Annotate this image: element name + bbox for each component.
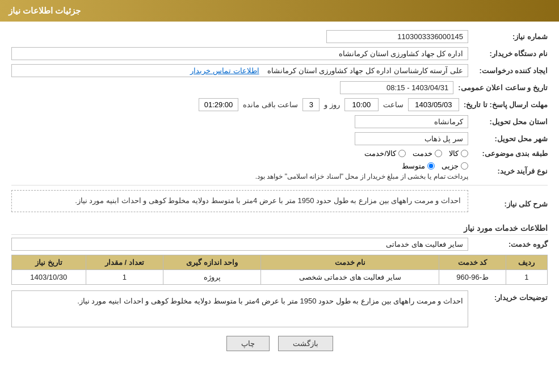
- cell-row-num: 1: [506, 269, 547, 284]
- province-value: کرمانشاه: [355, 115, 468, 128]
- category-label-kala: کالا: [449, 149, 459, 158]
- announce-label: تاریخ و ساعت اعلان عمومی:: [453, 83, 548, 92]
- col-header-service-name: نام خدمت: [261, 255, 439, 269]
- services-table-container: ردیف کد خدمت نام خدمت واحد اندازه گیری ت…: [11, 255, 548, 285]
- buyer-description-label: توضیحات خریدار:: [468, 290, 548, 302]
- col-header-service-code: کد خدمت: [439, 255, 506, 269]
- announce-value: 1403/04/31 - 08:15: [340, 81, 453, 94]
- reply-deadline-group: 1403/05/03 ساعت 10:00 روز و 3 ساعت باقی …: [11, 98, 459, 111]
- creator-contact-link[interactable]: اطلاعات تماس خریدار: [190, 66, 259, 75]
- category-option-kala: کالا: [449, 149, 468, 158]
- category-radio-khedmat[interactable]: [435, 150, 442, 157]
- province-label: استان محل تحویل:: [468, 117, 548, 126]
- cell-quantity: 1: [86, 269, 163, 284]
- org-name-label: نام دستگاه خریدار:: [468, 49, 548, 58]
- page-header: جزئیات اطلاعات نیاز: [0, 0, 559, 22]
- creator-label: ایجاد کننده درخواست:: [468, 66, 548, 75]
- province-row: استان محل تحویل: کرمانشاه: [11, 115, 548, 128]
- purchase-type-mottavaset: متوسط: [402, 162, 435, 170]
- content-area: شماره نیاز: 1103003336000145 نام دستگاه …: [0, 22, 559, 360]
- reply-time-label: ساعت: [383, 100, 404, 109]
- category-label-kala-khedmat: کالا/خدمت: [364, 149, 396, 158]
- cell-service-code: ط-96-960: [439, 269, 506, 284]
- category-row: طبقه بندی موضوعی: کالا خدمت کالا/خدمت: [11, 149, 548, 158]
- announce-row: تاریخ و ساعت اعلان عمومی: 1403/04/31 - 0…: [11, 81, 548, 94]
- purchase-type-label: نوع فرآیند خرید:: [468, 167, 548, 175]
- purchase-radio-jozi[interactable]: [461, 162, 468, 170]
- col-header-need-date: تاریخ نیاز: [12, 255, 86, 269]
- buttons-row: بازگشت چاپ: [11, 336, 548, 351]
- col-header-unit: واحد اندازه گیری: [163, 255, 261, 269]
- category-label: طبقه بندی موضوعی:: [468, 149, 548, 158]
- creator-row: ایجاد کننده درخواست: علی آرسته کارشناسان…: [11, 64, 548, 77]
- need-number-row: شماره نیاز: 1103003336000145: [11, 30, 548, 43]
- city-label: شهر محل تحویل:: [468, 134, 548, 143]
- services-table-header-row: ردیف کد خدمت نام خدمت واحد اندازه گیری ت…: [12, 255, 548, 269]
- need-description-row: شرح کلی نیاز: احداث و مرمت راههای بین مز…: [11, 190, 548, 218]
- service-group-label: گروه خدمت:: [468, 240, 548, 248]
- page-wrapper: جزئیات اطلاعات نیاز شماره نیاز: 11030033…: [0, 0, 559, 392]
- purchase-type-radio-group: جزیی متوسط: [11, 162, 468, 170]
- cell-unit: پروژه: [163, 269, 261, 284]
- reply-days-label: روز و: [324, 100, 340, 109]
- col-header-row-num: ردیف: [506, 255, 547, 269]
- category-radio-kala[interactable]: [461, 150, 468, 157]
- purchase-radio-mottavaset[interactable]: [427, 162, 435, 170]
- need-description-value: احداث و مرمت راههای بین مزارع به طول حدو…: [11, 190, 468, 212]
- need-number-value: 1103003336000145: [326, 30, 468, 43]
- cell-need-date: 1403/10/30: [12, 269, 86, 284]
- col-header-quantity: تعداد / مقدار: [86, 255, 163, 269]
- category-label-khedmat: خدمت: [413, 149, 432, 158]
- purchase-label-jozi: جزیی: [442, 162, 459, 170]
- buyer-description-value: احداث و مرمت راههای بین مزارع به طول حدو…: [11, 290, 468, 327]
- purchase-type-row: نوع فرآیند خرید: جزیی متوسط پرداخت تمام …: [11, 162, 548, 180]
- cell-service-name: سایر فعالیت های خدماتی شخصی: [261, 269, 439, 284]
- services-table-head: ردیف کد خدمت نام خدمت واحد اندازه گیری ت…: [12, 255, 548, 269]
- reply-time-value: 10:00: [344, 98, 379, 111]
- service-group-row: گروه خدمت: سایر فعالیت های خدماتی: [11, 238, 548, 251]
- need-description-label: شرح کلی نیاز:: [468, 200, 548, 208]
- table-row: 1 ط-96-960 سایر فعالیت های خدماتی شخصی پ…: [12, 269, 548, 284]
- reply-date-value: 1403/05/03: [408, 98, 459, 111]
- page-title: جزئیات اطلاعات نیاز: [9, 6, 81, 15]
- creator-name: علی آرسته کارشناسان اداره کل جهاد کشاورز…: [267, 66, 463, 75]
- reply-remaining-value: 01:29:00: [199, 98, 238, 111]
- org-name-value: اداره کل جهاد کشاورزی استان کرمانشاه: [11, 47, 468, 60]
- services-table-body: 1 ط-96-960 سایر فعالیت های خدماتی شخصی پ…: [12, 269, 548, 284]
- creator-value: علی آرسته کارشناسان اداره کل جهاد کشاورز…: [11, 64, 468, 77]
- reply-remaining-label: ساعت باقی مانده: [243, 100, 298, 109]
- purchase-type-jozi: جزیی: [442, 162, 468, 170]
- back-button[interactable]: بازگشت: [278, 336, 333, 351]
- category-option-kala-khedmat: کالا/خدمت: [364, 149, 406, 158]
- category-radio-kala-khedmat[interactable]: [398, 150, 406, 157]
- reply-deadline-row: مهلت ارسال پاسخ: تا تاریخ: 1403/05/03 سا…: [11, 98, 548, 111]
- city-row: شهر محل تحویل: سر پل ذهاب: [11, 132, 548, 145]
- print-button[interactable]: چاپ: [226, 336, 270, 351]
- city-value: سر پل ذهاب: [355, 132, 468, 145]
- category-option-khedmat: خدمت: [413, 149, 442, 158]
- purchase-label-mottavaset: متوسط: [402, 162, 425, 170]
- reply-days-value: 3: [302, 98, 320, 111]
- buyer-description-row: توضیحات خریدار: احداث و مرمت راههای بین …: [11, 290, 548, 327]
- services-section-title: اطلاعات خدمات مورد نیاز: [11, 224, 548, 235]
- purchase-type-note: پرداخت تمام یا بخشی از مبلغ خریدار از مح…: [11, 172, 468, 180]
- category-radio-group: کالا خدمت کالا/خدمت: [364, 149, 468, 158]
- separator-1: [11, 185, 548, 186]
- services-table: ردیف کد خدمت نام خدمت واحد اندازه گیری ت…: [11, 255, 548, 285]
- service-group-value: سایر فعالیت های خدماتی: [11, 238, 468, 251]
- need-number-label: شماره نیاز:: [468, 32, 548, 41]
- purchase-type-group-container: جزیی متوسط پرداخت تمام یا بخشی از مبلغ خ…: [11, 162, 468, 180]
- reply-deadline-label: مهلت ارسال پاسخ: تا تاریخ:: [459, 100, 548, 109]
- org-name-row: نام دستگاه خریدار: اداره کل جهاد کشاورزی…: [11, 47, 548, 60]
